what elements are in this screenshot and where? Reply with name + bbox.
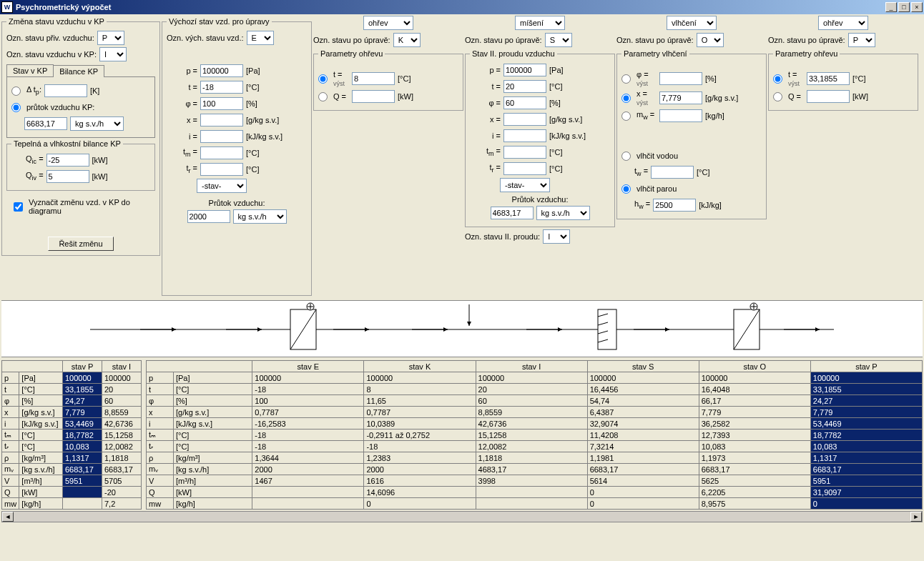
vl-x-input[interactable] [659,91,702,104]
vl-mw-radio[interactable] [621,111,631,121]
prutok-e-input[interactable] [187,210,230,223]
ohrev2-q-radio[interactable] [773,92,782,101]
ohrev1-t-radio[interactable] [318,74,328,84]
ohrev2-q-input[interactable] [807,90,850,103]
vl-parou-radio[interactable] [621,184,631,194]
scroll-right-icon[interactable]: ► [910,512,922,522]
flow-diagram [1,300,923,357]
phi-m-input[interactable] [503,96,546,109]
vl-hw-input[interactable] [653,199,696,212]
ohrev1-t-input[interactable] [352,72,395,85]
close-button[interactable]: × [911,2,923,12]
ohrev1-fieldset: Parametry ohřevu t =výst [°C] Q = [kW] [313,49,463,111]
op4-select[interactable]: míšení [515,16,565,30]
dt-radio[interactable] [11,86,21,96]
tr-e-input[interactable] [200,163,243,176]
o-select[interactable]: O [697,33,724,47]
ozn-kp-select[interactable]: I [99,47,127,61]
op5-select[interactable]: vlhčení [667,16,717,30]
tm-m-input[interactable] [503,146,546,159]
hscrollbar[interactable]: ◄ ► [1,511,923,522]
tab-stav-kp[interactable]: Stav v KP [6,64,54,76]
t-m-input[interactable] [503,80,546,93]
op3-select[interactable]: ohřev [363,16,413,30]
zmena-stavu-legend: Změna stavu vzduchu v KP [6,17,107,26]
phi-e-input[interactable] [200,97,243,110]
p-m-input[interactable] [503,64,546,76]
vl-vodou-radio[interactable] [621,152,631,161]
vl-x-radio[interactable] [621,94,631,103]
vl-tw-input[interactable] [651,166,694,179]
vl-mw-input[interactable] [659,109,702,122]
s-select[interactable]: S [545,33,572,47]
titlebar: W Psychrometrický výpočet _ □ × [0,0,924,14]
resit-button[interactable]: Řešit změnu [48,237,113,251]
vl-phi-radio[interactable] [621,74,631,84]
i-m-input[interactable] [503,129,546,142]
vychozi-fieldset: Výchozí stav vzd. pro úpravy Ozn. vých. … [162,17,312,296]
op6-select[interactable]: ohřev [818,16,868,30]
tr-m-input[interactable] [503,162,546,175]
window-title: Psychrometrický výpočet [16,3,885,11]
ohrev1-q-radio[interactable] [318,92,328,101]
ohrev1-q-input[interactable] [352,90,395,103]
prutok-e-unit[interactable]: kg s.v./h [233,209,287,224]
dt-input[interactable] [44,84,87,97]
tab-bilance-kp[interactable]: Bilance KP [53,65,104,77]
ohrev2-t-radio[interactable] [773,74,782,84]
qic-input[interactable] [46,154,89,167]
ohrev2-t-input[interactable] [807,72,850,85]
x-e-input[interactable] [200,114,243,126]
stav-e-select[interactable]: -stav- [197,179,247,193]
vyznacit-check[interactable] [14,202,23,212]
k-select[interactable]: K [393,33,421,47]
i-e-input[interactable] [200,130,243,143]
minimize-button[interactable]: _ [885,2,897,12]
stav-m-select[interactable]: -stav- [500,178,550,192]
prutok-radio[interactable] [11,103,21,112]
prutok-m-input[interactable] [491,207,534,219]
x-m-input[interactable] [503,113,546,126]
bilance-fieldset: Tepelná a vlhkostní bilance KP Qic = [kW… [6,139,155,191]
qiv-input[interactable] [46,170,89,183]
maximize-button[interactable]: □ [898,2,910,12]
vl-phi-input[interactable] [659,72,702,85]
t-e-input[interactable] [200,81,243,94]
prutok-unit-select[interactable]: kg s.v./h [70,116,124,131]
vlhceni-fieldset: Parametry vlhčení φ =výst[%] x =výst[g/k… [616,49,767,219]
zmena-stavu-fieldset: Změna stavu vzduchu v KP Ozn. stavu přiv… [1,17,160,256]
prutok-input[interactable] [24,117,67,130]
p2-select[interactable]: P [848,33,875,47]
proud2-select[interactable]: I [543,229,570,244]
scroll-left-icon[interactable]: ◄ [2,512,14,522]
tm-e-input[interactable] [200,147,243,159]
table-left: stav Pstav Ip[Pa]100000100000t[°C]33,185… [1,360,142,510]
ohrev2-fieldset: Parametry ohřevu t =výst[°C] Q =[kW] [768,49,918,111]
e-select[interactable]: E [247,31,274,45]
prutok-m-unit[interactable]: kg s.v./h [536,206,590,220]
table-right: stav Estav Kstav Istav Sstav Ostav Pp[Pa… [146,360,923,510]
ozn-kp-label: Ozn. stavu vzduchu v KP: [6,50,97,59]
ozn-priv-select[interactable]: P [97,31,124,45]
app-icon: W [1,1,13,13]
miseni-fieldset: Stav II. proudu vzduchu p =[Pa] t =[°C] … [465,49,615,227]
p-input[interactable] [200,64,243,77]
ozn-priv-label: Ozn. stavu přiv. vzduchu: [6,34,94,42]
